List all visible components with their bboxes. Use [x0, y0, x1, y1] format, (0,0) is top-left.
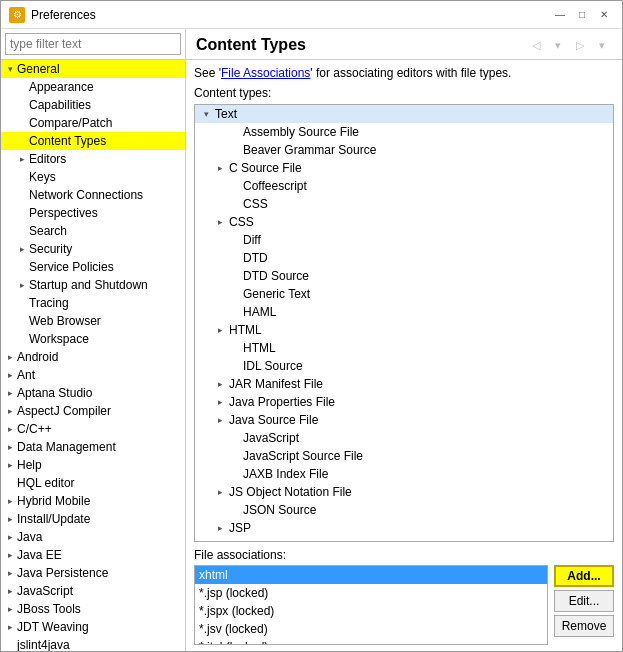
ct-item-dtd[interactable]: DTD	[195, 249, 613, 267]
description: See 'File Associations' for associating …	[194, 66, 614, 80]
tree-arrow-java	[5, 532, 15, 542]
ct-item-coffeescript[interactable]: Coffeescript	[195, 177, 613, 195]
tree-item-jboss_tools[interactable]: JBoss Tools	[1, 600, 185, 618]
forward-button[interactable]: ▷	[570, 35, 590, 55]
tree-item-tracing[interactable]: Tracing	[1, 294, 185, 312]
ct-label-haml: HAML	[241, 305, 276, 319]
ct-item-js_object_notation[interactable]: JS Object Notation File	[195, 483, 613, 501]
ct-item-javascript_item[interactable]: JavaScript	[195, 429, 613, 447]
tree-label-security: Security	[27, 242, 72, 256]
tree-item-keys[interactable]: Keys	[1, 168, 185, 186]
ct-item-css1[interactable]: CSS	[195, 195, 613, 213]
ct-label-js_object_notation: JS Object Notation File	[227, 485, 352, 499]
tree-item-install_update[interactable]: Install/Update	[1, 510, 185, 528]
ct-item-idl_source[interactable]: IDL Source	[195, 357, 613, 375]
tree-item-content_types[interactable]: Content Types	[1, 132, 185, 150]
close-button[interactable]: ✕	[594, 5, 614, 25]
tree-item-workspace[interactable]: Workspace	[1, 330, 185, 348]
tree-item-jdt_weaving[interactable]: JDT Weaving	[1, 618, 185, 636]
tree-label-workspace: Workspace	[27, 332, 89, 346]
ct-item-jaxb_index[interactable]: JAXB Index File	[195, 465, 613, 483]
fa-item-xhtml[interactable]: xhtml	[195, 566, 547, 584]
main-content: GeneralAppearanceCapabilitiesCompare/Pat…	[1, 29, 622, 651]
ct-item-html1[interactable]: HTML	[195, 321, 613, 339]
tree-item-help[interactable]: Help	[1, 456, 185, 474]
minimize-button[interactable]: —	[550, 5, 570, 25]
ct-item-json_source[interactable]: JSON Source	[195, 501, 613, 519]
ct-item-assembly[interactable]: Assembly Source File	[195, 123, 613, 141]
fa-item-jtpl_locked[interactable]: *.jtpl (locked)	[195, 638, 547, 645]
ct-label-java_properties: Java Properties File	[227, 395, 335, 409]
tree-item-ant[interactable]: Ant	[1, 366, 185, 384]
tree-item-startup_shutdown[interactable]: Startup and Shutdown	[1, 276, 185, 294]
filter-input[interactable]	[5, 33, 181, 55]
tree-item-network_connections[interactable]: Network Connections	[1, 186, 185, 204]
tree-arrow-security	[17, 244, 27, 254]
ct-item-diff[interactable]: Diff	[195, 231, 613, 249]
tree-label-network_connections: Network Connections	[27, 188, 143, 202]
tree-arrow-search	[17, 226, 27, 236]
ct-item-c_source[interactable]: C Source File	[195, 159, 613, 177]
file-assoc-link[interactable]: File Associations	[221, 66, 310, 80]
ct-item-java_properties[interactable]: Java Properties File	[195, 393, 613, 411]
tree-item-cpp[interactable]: C/C++	[1, 420, 185, 438]
tree-item-aspectj_compiler[interactable]: AspectJ Compiler	[1, 402, 185, 420]
tree-item-java_ee[interactable]: Java EE	[1, 546, 185, 564]
tree-item-android[interactable]: Android	[1, 348, 185, 366]
tree-item-perspectives[interactable]: Perspectives	[1, 204, 185, 222]
ct-item-java_source[interactable]: Java Source File	[195, 411, 613, 429]
forward-dropdown-button[interactable]: ▾	[592, 35, 612, 55]
ct-item-haml[interactable]: HAML	[195, 303, 613, 321]
ct-label-javascript_item: JavaScript	[241, 431, 299, 445]
ct-item-generic_text[interactable]: Generic Text	[195, 285, 613, 303]
tree-label-compare_patch: Compare/Patch	[27, 116, 112, 130]
tree-label-data_management: Data Management	[15, 440, 116, 454]
tree-item-javascript[interactable]: JavaScript	[1, 582, 185, 600]
ct-item-dtd_source[interactable]: DTD Source	[195, 267, 613, 285]
tree-arrow-install_update	[5, 514, 15, 524]
add-button[interactable]: Add...	[554, 565, 614, 587]
ct-item-jar_manifest[interactable]: JAR Manifest File	[195, 375, 613, 393]
tree-item-capabilities[interactable]: Capabilities	[1, 96, 185, 114]
tree-item-general[interactable]: General	[1, 60, 185, 78]
tree-item-appearance[interactable]: Appearance	[1, 78, 185, 96]
ct-arrow-java_properties	[213, 397, 227, 407]
file-assoc-list[interactable]: xhtml*.jsp (locked)*.jspx (locked)*.jsv …	[194, 565, 548, 645]
tree-item-web_browser[interactable]: Web Browser	[1, 312, 185, 330]
tree-label-general: General	[15, 62, 60, 76]
tree-item-hql_editor[interactable]: HQL editor	[1, 474, 185, 492]
ct-item-beaver[interactable]: Beaver Grammar Source	[195, 141, 613, 159]
tree-item-service_policies[interactable]: Service Policies	[1, 258, 185, 276]
tree-item-data_management[interactable]: Data Management	[1, 438, 185, 456]
tree-item-java[interactable]: Java	[1, 528, 185, 546]
ct-item-jsp[interactable]: JSP	[195, 519, 613, 537]
maximize-button[interactable]: □	[572, 5, 592, 25]
tree-item-aptana_studio[interactable]: Aptana Studio	[1, 384, 185, 402]
tree-item-editors[interactable]: Editors	[1, 150, 185, 168]
ct-label-diff: Diff	[241, 233, 261, 247]
tree-item-security[interactable]: Security	[1, 240, 185, 258]
ct-item-html2[interactable]: HTML	[195, 339, 613, 357]
back-button[interactable]: ◁	[526, 35, 546, 55]
fa-item-jspx_locked[interactable]: *.jspx (locked)	[195, 602, 547, 620]
back-dropdown-button[interactable]: ▾	[548, 35, 568, 55]
edit-button[interactable]: Edit...	[554, 590, 614, 612]
content-types-list[interactable]: TextAssembly Source FileBeaver Grammar S…	[194, 104, 614, 542]
fa-item-jsv_locked[interactable]: *.jsv (locked)	[195, 620, 547, 638]
remove-button[interactable]: Remove	[554, 615, 614, 637]
tree-item-compare_patch[interactable]: Compare/Patch	[1, 114, 185, 132]
tree-item-java_persistence[interactable]: Java Persistence	[1, 564, 185, 582]
tree-item-jslint4java[interactable]: jslint4java	[1, 636, 185, 651]
tree-item-search[interactable]: Search	[1, 222, 185, 240]
tree-arrow-help	[5, 460, 15, 470]
ct-item-javascript_source[interactable]: JavaScript Source File	[195, 447, 613, 465]
tree-item-hybrid_mobile[interactable]: Hybrid Mobile	[1, 492, 185, 510]
ct-item-css2[interactable]: CSS	[195, 213, 613, 231]
right-header: Content Types ◁ ▾ ▷ ▾	[186, 29, 622, 60]
tree-arrow-data_management	[5, 442, 15, 452]
tree-label-install_update: Install/Update	[15, 512, 90, 526]
tree-label-jboss_tools: JBoss Tools	[15, 602, 81, 616]
tree-label-content_types: Content Types	[27, 134, 106, 148]
fa-item-jsp_locked[interactable]: *.jsp (locked)	[195, 584, 547, 602]
ct-item-text_header[interactable]: Text	[195, 105, 613, 123]
